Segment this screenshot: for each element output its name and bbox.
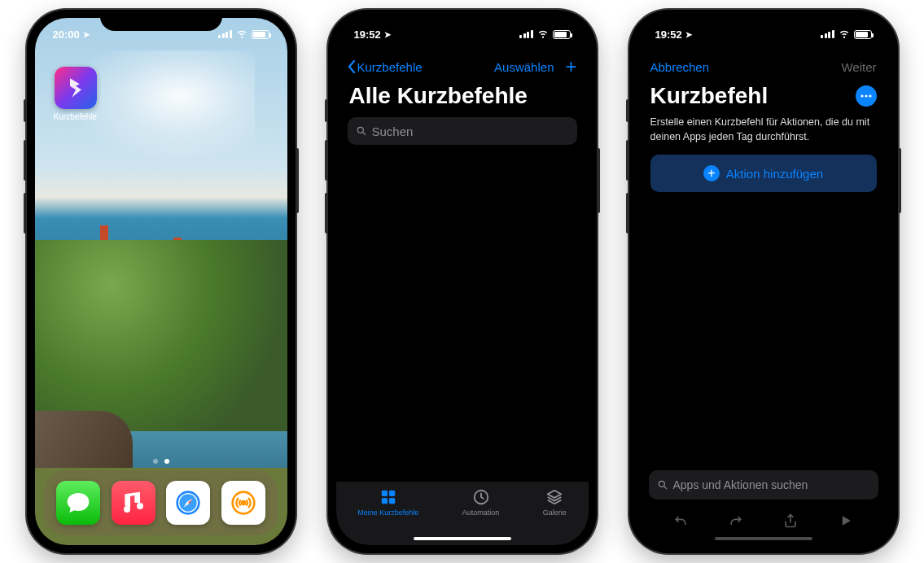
select-button[interactable]: Auswählen <box>494 60 554 74</box>
svg-point-4 <box>240 500 246 506</box>
dock-safari[interactable] <box>166 481 210 525</box>
wifi-icon <box>537 28 549 41</box>
status-time: 19:52 <box>354 28 381 41</box>
home-indicator[interactable] <box>715 537 812 540</box>
search-icon <box>356 125 367 137</box>
location-icon: ➤ <box>83 30 90 39</box>
search-input[interactable]: Suchen <box>348 117 577 145</box>
phone-shortcuts-list: 19:52➤ Kurzbefehle Auswählen + Alle Kurz… <box>328 10 597 553</box>
play-button[interactable] <box>838 513 854 532</box>
add-action-button[interactable]: + Aktion hinzufügen <box>650 155 877 192</box>
svg-point-12 <box>865 94 867 97</box>
add-action-label: Aktion hinzufügen <box>726 167 823 181</box>
cancel-button[interactable]: Abbrechen <box>650 60 710 74</box>
signal-icon <box>821 30 834 38</box>
signal-icon <box>218 30 232 38</box>
next-button[interactable]: Weiter <box>841 60 876 74</box>
page-title: Alle Kurzbefehle <box>349 83 576 109</box>
tab-label: Automation <box>462 508 500 517</box>
chevron-left-icon <box>348 60 356 73</box>
back-button[interactable]: Kurzbefehle <box>348 60 423 74</box>
svg-point-13 <box>869 94 871 97</box>
svg-point-5 <box>357 127 363 133</box>
search-placeholder: Apps und Aktionen suchen <box>673 478 808 491</box>
svg-rect-8 <box>382 498 388 504</box>
status-time: 20:00 <box>53 28 80 41</box>
phone-home: 20:00➤ Kurzbefehle <box>27 10 296 553</box>
dock-overcast[interactable] <box>221 481 265 525</box>
search-icon <box>657 479 668 491</box>
ellipsis-icon <box>861 94 872 98</box>
grid-icon <box>379 488 397 506</box>
signal-icon <box>519 30 533 38</box>
back-label: Kurzbefehle <box>357 60 423 74</box>
tab-my-shortcuts[interactable]: Meine Kurzbefehle <box>357 488 418 545</box>
wifi-icon <box>236 28 247 41</box>
battery-icon <box>553 30 571 39</box>
wifi-icon <box>839 28 850 41</box>
tab-bar: Meine Kurzbefehle Automation Galerie <box>336 482 589 545</box>
tab-gallery[interactable]: Galerie <box>543 488 567 545</box>
stack-icon <box>545 488 563 506</box>
redo-button[interactable] <box>728 513 744 532</box>
svg-point-11 <box>861 94 863 97</box>
svg-rect-6 <box>382 491 388 496</box>
share-button[interactable] <box>782 513 799 532</box>
more-button[interactable] <box>856 85 877 107</box>
search-placeholder: Suchen <box>372 124 414 138</box>
add-button[interactable]: + <box>565 55 576 78</box>
svg-rect-9 <box>389 498 395 504</box>
search-actions-input[interactable]: Apps und Aktionen suchen <box>649 470 878 500</box>
shortcuts-icon <box>55 67 97 109</box>
description-text: Erstelle einen Kurzbefehl für Aktionen, … <box>650 116 877 144</box>
location-icon: ➤ <box>384 30 391 39</box>
tab-label: Meine Kurzbefehle <box>357 508 418 517</box>
battery-icon <box>854 30 872 39</box>
svg-rect-7 <box>389 491 395 496</box>
undo-button[interactable] <box>672 513 689 532</box>
location-icon: ➤ <box>685 30 692 39</box>
dock <box>45 470 278 535</box>
svg-point-14 <box>659 481 664 487</box>
plus-circle-icon: + <box>703 165 720 181</box>
page-title: Kurzbefehl <box>650 83 769 109</box>
app-shortcuts[interactable]: Kurzbefehle <box>51 67 100 121</box>
page-indicator[interactable] <box>35 459 287 464</box>
dock-messages[interactable] <box>56 481 100 525</box>
home-indicator[interactable] <box>414 537 511 540</box>
phone-shortcut-editor: 19:52➤ Abbrechen Weiter Kurzbefehl Erste… <box>629 10 898 553</box>
clock-icon <box>472 488 490 506</box>
status-time: 19:52 <box>655 28 682 41</box>
app-label: Kurzbefehle <box>51 112 100 121</box>
battery-icon <box>252 30 269 39</box>
tab-label: Galerie <box>543 508 567 517</box>
dock-music[interactable] <box>112 481 155 525</box>
